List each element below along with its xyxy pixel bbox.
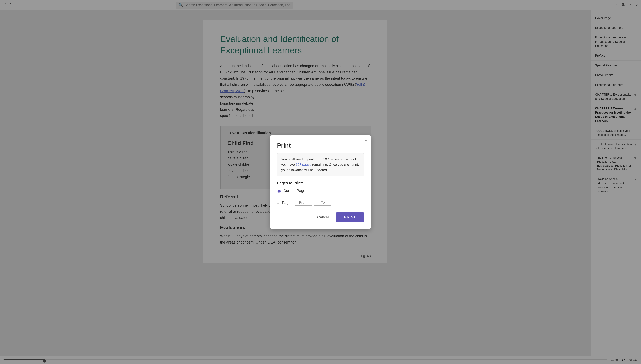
modal-actions: Cancel PRINT <box>277 212 364 222</box>
print-modal: × Print You're allowed to print up to 19… <box>270 135 371 229</box>
pages-remaining-link[interactable]: 197 pages <box>296 163 311 166</box>
from-input[interactable] <box>295 200 312 206</box>
close-button[interactable]: × <box>365 138 367 144</box>
current-page-option: Current Page <box>277 188 364 193</box>
pages-radio[interactable] <box>277 202 279 204</box>
current-page-label[interactable]: Current Page <box>283 188 305 193</box>
print-modal-overlay: × Print You're allowed to print up to 19… <box>0 0 641 364</box>
modal-title: Print <box>277 142 364 149</box>
pages-label[interactable]: Pages <box>282 200 292 205</box>
cancel-button[interactable]: Cancel <box>313 213 333 222</box>
pages-to-print-label: Pages to Print: <box>277 181 364 185</box>
print-button[interactable]: PRINT <box>336 212 364 222</box>
pages-option-row: Pages <box>277 200 364 206</box>
modal-info-box: You're allowed to print up to 197 pages … <box>277 153 364 176</box>
to-input[interactable] <box>314 200 331 206</box>
current-page-radio[interactable] <box>277 189 281 192</box>
